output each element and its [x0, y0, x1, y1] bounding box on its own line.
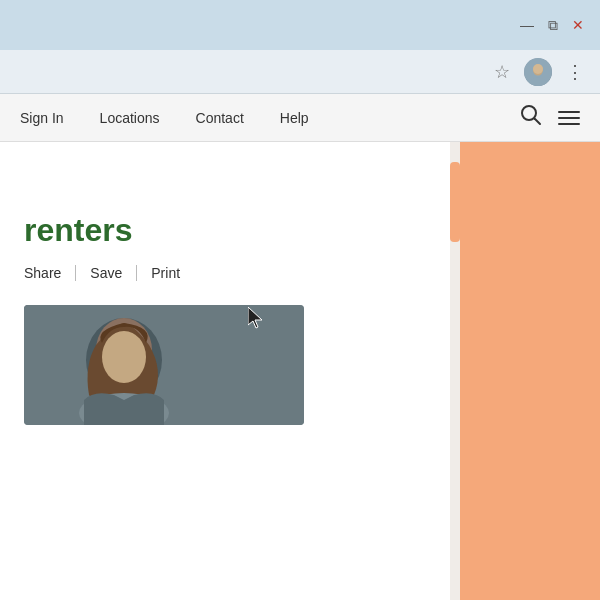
svg-point-9	[102, 331, 146, 383]
more-options-icon[interactable]: ⋮	[566, 61, 584, 83]
hamburger-line-3	[558, 123, 580, 125]
print-link[interactable]: Print	[137, 265, 194, 281]
avatar-svg	[524, 58, 552, 86]
photo-svg	[24, 305, 304, 425]
nav-locations[interactable]: Locations	[82, 110, 178, 126]
profile-avatar[interactable]	[524, 58, 552, 86]
minimize-button[interactable]: —	[520, 18, 534, 32]
address-bar-row: ☆ ⋮	[0, 50, 600, 94]
window-controls: — ⧉ ✕	[520, 18, 584, 32]
page-content: renters Share Save Print	[0, 142, 600, 600]
search-icon[interactable]	[520, 104, 542, 131]
photo-area	[24, 305, 304, 425]
nav-contact[interactable]: Contact	[178, 110, 262, 126]
white-card: renters Share Save Print	[0, 142, 460, 600]
browser-window: — ⧉ ✕ ☆ ⋮ Sign In Locations Contact Help	[0, 0, 600, 600]
nav-sign-in[interactable]: Sign In	[20, 110, 82, 126]
bookmark-icon[interactable]: ☆	[494, 61, 510, 83]
hamburger-line-2	[558, 117, 580, 119]
save-link[interactable]: Save	[76, 265, 136, 281]
share-link[interactable]: Share	[24, 265, 75, 281]
svg-point-3	[533, 64, 543, 74]
nav-help[interactable]: Help	[262, 110, 327, 126]
close-button[interactable]: ✕	[572, 18, 584, 32]
action-links: Share Save Print	[24, 265, 436, 281]
hamburger-menu-icon[interactable]	[558, 111, 580, 125]
title-bar: — ⧉ ✕	[0, 0, 600, 50]
nav-icons	[520, 104, 580, 131]
nav-bar: Sign In Locations Contact Help	[0, 94, 600, 142]
maximize-button[interactable]: ⧉	[548, 18, 558, 32]
hamburger-line-1	[558, 111, 580, 113]
avatar-inner	[524, 58, 552, 86]
svg-line-5	[535, 119, 541, 125]
scrollbar-track	[450, 142, 460, 600]
scrollbar-thumb[interactable]	[450, 162, 460, 242]
card-content: renters Share Save Print	[0, 142, 460, 445]
renters-heading: renters	[24, 212, 436, 249]
